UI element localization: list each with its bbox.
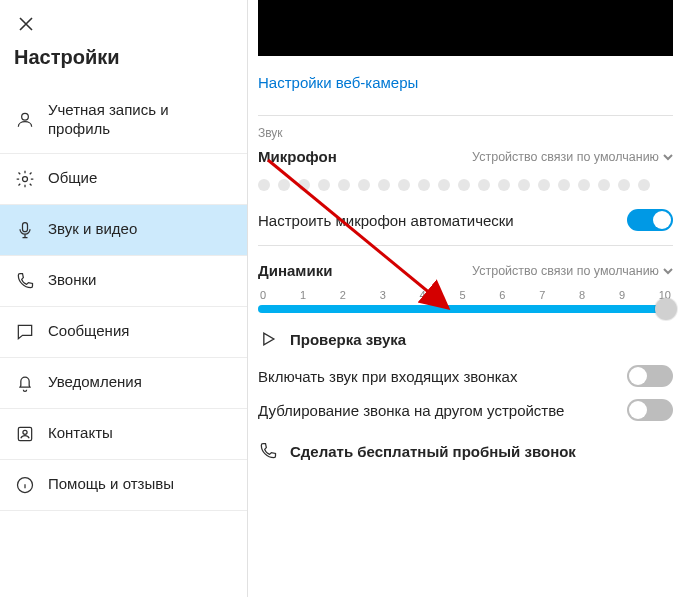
svg-point-1 (23, 176, 28, 181)
auto-mic-toggle[interactable] (627, 209, 673, 231)
nav-contacts[interactable]: Контакты (0, 409, 247, 460)
microphone-device-value: Устройство связи по умолчанию (472, 150, 659, 164)
ring-incoming-label: Включать звук при входящих звонках (258, 368, 517, 385)
microphone-label: Микрофон (258, 148, 337, 165)
info-icon (14, 474, 36, 496)
speakers-device-select[interactable]: Устройство связи по умолчанию (472, 264, 673, 278)
chevron-down-icon (663, 152, 673, 162)
nav-label: Учетная запись и профиль (48, 101, 233, 139)
nav-notifications[interactable]: Уведомления (0, 358, 247, 409)
divider (258, 115, 673, 116)
nav-label: Помощь и отзывы (48, 475, 174, 494)
settings-title: Настройки (0, 40, 247, 87)
settings-main: Настройки веб-камеры Звук Микрофон Устро… (248, 0, 689, 597)
phone-icon (14, 270, 36, 292)
play-icon (258, 329, 278, 349)
ring-other-label: Дублирование звонка на другом устройстве (258, 402, 564, 419)
microphone-device-select[interactable]: Устройство связи по умолчанию (472, 150, 673, 164)
nav-label: Звонки (48, 271, 96, 290)
settings-sidebar: Настройки Учетная запись и профиль Общие… (0, 0, 248, 597)
svg-point-4 (23, 430, 27, 434)
nav-help[interactable]: Помощь и отзывы (0, 460, 247, 511)
bell-icon (14, 372, 36, 394)
chat-icon (14, 321, 36, 343)
free-test-call-button[interactable]: Сделать бесплатный пробный звонок (258, 427, 673, 461)
webcam-settings-link[interactable]: Настройки веб-камеры (258, 74, 418, 91)
speakers-device-value: Устройство связи по умолчанию (472, 264, 659, 278)
gear-icon (14, 168, 36, 190)
contacts-icon (14, 423, 36, 445)
nav-account[interactable]: Учетная запись и профиль (0, 87, 247, 154)
nav-calls[interactable]: Звонки (0, 256, 247, 307)
svg-rect-2 (23, 222, 28, 231)
speakers-volume-slider[interactable]: 01 23 45 67 89 10 (258, 285, 673, 313)
speakers-label: Динамики (258, 262, 332, 279)
settings-nav: Учетная запись и профиль Общие Звук и ви… (0, 87, 247, 511)
divider (258, 245, 673, 246)
nav-label: Звук и видео (48, 220, 137, 239)
person-icon (14, 109, 36, 131)
phone-icon (258, 441, 278, 461)
slider-ticks: 01 23 45 67 89 10 (258, 289, 673, 305)
ring-other-toggle[interactable] (627, 399, 673, 421)
auto-mic-label: Настроить микрофон автоматически (258, 212, 514, 229)
nav-audio-video[interactable]: Звук и видео (0, 205, 247, 256)
svg-point-0 (22, 113, 29, 120)
sound-section-label: Звук (258, 126, 673, 140)
camera-preview (258, 0, 673, 56)
microphone-icon (14, 219, 36, 241)
chevron-down-icon (663, 266, 673, 276)
nav-label: Контакты (48, 424, 113, 443)
microphone-level-meter (258, 171, 673, 203)
nav-messages[interactable]: Сообщения (0, 307, 247, 358)
close-button[interactable] (14, 12, 38, 36)
ring-incoming-toggle[interactable] (627, 365, 673, 387)
nav-label: Общие (48, 169, 97, 188)
nav-label: Уведомления (48, 373, 142, 392)
nav-label: Сообщения (48, 322, 129, 341)
slider-thumb[interactable] (655, 298, 677, 320)
test-sound-button[interactable]: Проверка звука (258, 313, 673, 359)
nav-general[interactable]: Общие (0, 154, 247, 205)
